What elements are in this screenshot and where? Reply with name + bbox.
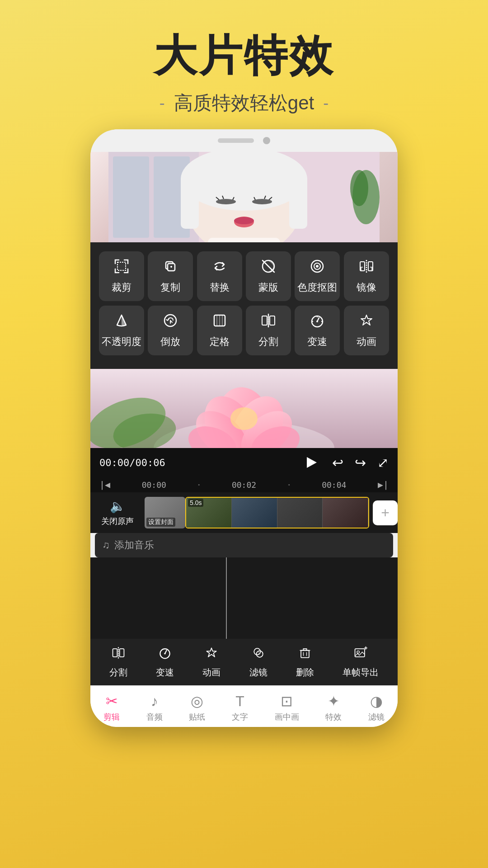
ruler-mark-0: 00:00 — [110, 480, 197, 490]
tool-mirror[interactable]: 镜像 — [344, 251, 389, 301]
nav-pip[interactable]: ⊡ 画中画 — [275, 693, 299, 722]
music-label: 添加音乐 — [114, 538, 154, 552]
phone-top-bar — [90, 129, 398, 152]
tool-mask[interactable]: 蒙版 — [246, 251, 291, 301]
bottom-tool-filter[interactable]: 滤镜 — [249, 646, 267, 679]
bottom-tool-speed[interactable]: 变速 — [156, 646, 174, 679]
chroma-icon — [309, 258, 325, 277]
tool-opacity[interactable]: 不透明度 — [99, 306, 144, 355]
tool-crop-label: 裁剪 — [112, 281, 131, 294]
tool-animation[interactable]: 动画 — [344, 306, 389, 355]
tool-split[interactable]: 分割 — [246, 306, 291, 355]
svg-rect-42 — [270, 316, 275, 325]
copy-icon — [162, 258, 178, 277]
tool-speed[interactable]: 变速 — [295, 306, 340, 355]
animation-icon — [358, 312, 375, 331]
add-clip-button[interactable]: + — [373, 500, 398, 525]
header-section: 大片特效 - 高质特效轻松get - — [0, 0, 488, 129]
cover-clip[interactable]: 设置封面 — [145, 497, 185, 528]
nav-sticker[interactable]: ◎ 贴纸 — [189, 693, 205, 722]
phone-camera — [263, 137, 270, 144]
mask-icon — [260, 258, 277, 277]
nav-text-label: 文字 — [232, 712, 248, 722]
play-icon — [307, 457, 317, 468]
freeze-icon — [211, 312, 228, 331]
svg-rect-18 — [208, 238, 280, 242]
tool-replace[interactable]: 替换 — [197, 251, 242, 301]
ruler-mark-1: 00:02 — [200, 480, 287, 490]
bottom-filter-label: 滤镜 — [249, 666, 267, 679]
tool-row-1: 裁剪 复制 — [97, 251, 391, 301]
opacity-icon — [113, 312, 130, 331]
tool-copy[interactable]: 复制 — [148, 251, 193, 301]
bottom-split-label: 分割 — [109, 666, 127, 679]
bottom-export-frame-label: 单帧导出 — [343, 666, 379, 679]
tool-opacity-label: 不透明度 — [102, 335, 141, 349]
bottom-tool-split[interactable]: 分割 — [109, 646, 127, 679]
track-content: 设置封面 5.0s + — [145, 497, 398, 528]
video-strip[interactable]: 5.0s — [185, 497, 369, 528]
tool-crop[interactable]: 裁剪 — [99, 251, 144, 301]
bottom-delete-icon — [298, 646, 312, 664]
nav-edit[interactable]: ✂ 剪辑 — [103, 693, 120, 722]
add-clip-icon: + — [381, 505, 389, 521]
fullscreen-icon[interactable]: ⤢ — [377, 455, 389, 471]
play-button[interactable] — [303, 453, 321, 472]
strip-label: 5.0s — [188, 499, 203, 507]
strip-frame-4 — [323, 498, 368, 528]
split-icon — [260, 312, 277, 331]
tool-animation-label: 动画 — [357, 335, 376, 349]
bottom-speed-icon — [158, 646, 172, 664]
svg-point-30 — [316, 265, 319, 268]
track-left: 🔈 关闭原声 — [90, 499, 145, 527]
mute-label: 关闭原声 — [101, 516, 134, 527]
phone-speaker — [218, 138, 254, 143]
tool-split-label: 分割 — [258, 335, 278, 349]
svg-point-20 — [350, 170, 368, 206]
svg-point-17 — [234, 217, 254, 224]
bottom-tool-export-frame[interactable]: 单帧导出 — [343, 646, 379, 679]
tool-chroma-label: 色度抠图 — [297, 281, 337, 294]
nav-pip-label: 画中画 — [275, 712, 299, 722]
tool-chroma[interactable]: 色度抠图 — [295, 251, 340, 301]
timeline-cursor — [226, 557, 227, 639]
music-icon: ♫ — [102, 539, 110, 551]
undo-icon[interactable]: ↩ — [332, 455, 343, 471]
mirror-icon — [358, 258, 375, 277]
timeline-blank — [90, 557, 398, 639]
music-nav-icon: ♪ — [151, 693, 158, 710]
tool-reverse[interactable]: 倒放 — [148, 306, 193, 355]
nav-bar: ✂ 剪辑 ♪ 音频 ◎ 贴纸 T 文字 ⊡ 画中画 ✦ 特效 ◑ 滤镜 — [90, 685, 398, 727]
music-track[interactable]: ♫ 添加音乐 — [95, 533, 393, 557]
bottom-tool-animation[interactable]: 动画 — [202, 646, 221, 679]
effects-icon: ✦ — [328, 693, 340, 710]
nav-effects-label: 特效 — [325, 712, 342, 722]
svg-point-77 — [357, 651, 359, 653]
video-content-svg — [108, 152, 380, 242]
tool-freeze[interactable]: 定格 — [197, 306, 242, 355]
redo-icon[interactable]: ↪ — [355, 455, 366, 471]
nav-effects[interactable]: ✦ 特效 — [325, 693, 342, 722]
nav-audio[interactable]: ♪ 音频 — [146, 693, 163, 722]
ruler-start: |◀ — [99, 479, 110, 490]
ruler-mark-2: 00:04 — [291, 480, 378, 490]
svg-rect-41 — [262, 316, 267, 325]
svg-rect-7 — [289, 175, 307, 229]
svg-rect-6 — [181, 175, 199, 229]
tool-copy-label: 复制 — [160, 281, 180, 294]
bottom-export-frame-icon — [353, 646, 368, 664]
page-title: 大片特效 — [0, 27, 488, 86]
nav-filter[interactable]: ◑ 滤镜 — [368, 693, 385, 722]
bottom-tool-delete[interactable]: 删除 — [296, 646, 314, 679]
bottom-split-icon — [111, 646, 126, 664]
strip-frame-2 — [232, 498, 277, 528]
cover-clip-label: 设置封面 — [146, 518, 175, 527]
tool-mask-label: 蒙版 — [258, 281, 278, 294]
bottom-animation-label: 动画 — [202, 666, 221, 679]
nav-text[interactable]: T 文字 — [232, 693, 248, 722]
nav-sticker-label: 贴纸 — [189, 712, 205, 722]
mute-icon[interactable]: 🔈 — [110, 499, 126, 514]
timeline-controls: 00:00/00:06 ↩ ↪ ⤢ — [90, 448, 398, 477]
bottom-filter-icon — [251, 646, 266, 664]
text-icon: T — [235, 693, 244, 710]
